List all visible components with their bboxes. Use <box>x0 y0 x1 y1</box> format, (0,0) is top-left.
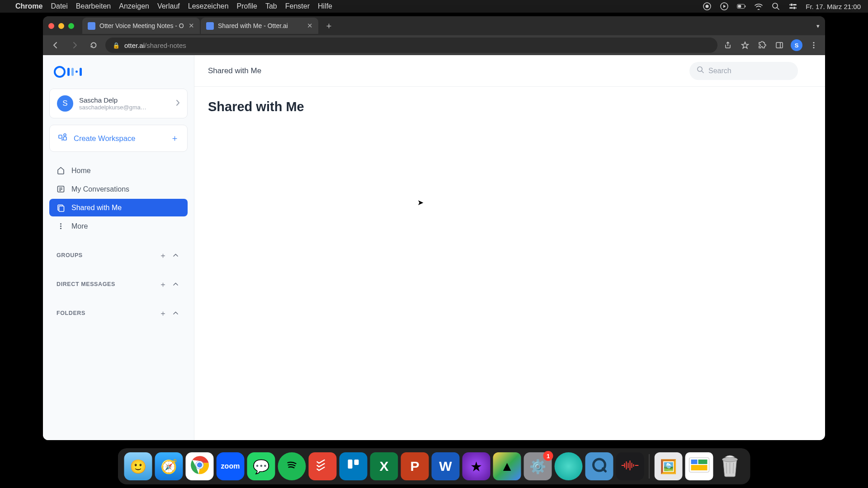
dock-finder[interactable]: 🙂 <box>124 452 152 480</box>
play-icon[interactable] <box>720 2 729 11</box>
workspace-label: Create Workspace <box>74 134 164 143</box>
svg-point-39 <box>197 462 203 468</box>
menu-anzeigen[interactable]: Anzeigen <box>119 2 149 10</box>
svg-rect-23 <box>63 137 66 140</box>
menubar-app-name[interactable]: Chrome <box>15 2 42 10</box>
svg-rect-19 <box>71 68 74 76</box>
record-icon[interactable] <box>703 2 712 11</box>
collapse-dms-icon[interactable] <box>170 279 180 289</box>
dock-app-teal[interactable] <box>555 452 583 480</box>
dock-preview[interactable]: 🖼️ <box>655 452 683 480</box>
dock-safari[interactable]: 🧭 <box>155 452 183 480</box>
menu-hilfe[interactable]: Hilfe <box>318 2 332 10</box>
tab-favicon-icon <box>88 22 95 30</box>
dock-settings[interactable]: ⚙️1 <box>524 452 552 480</box>
browser-tab-2[interactable]: Shared with Me - Otter.ai ✕ <box>201 18 318 34</box>
dock-whatsapp[interactable]: 💬 <box>247 452 275 480</box>
create-workspace-button[interactable]: + Create Workspace ＋ <box>49 125 188 152</box>
chrome-menu-icon[interactable] <box>808 39 820 51</box>
search-box[interactable] <box>689 62 798 80</box>
browser-tab-1[interactable]: Otter Voice Meeting Notes - O ✕ <box>82 18 200 34</box>
battery-icon[interactable] <box>737 2 746 11</box>
home-icon <box>57 166 65 175</box>
dock-word[interactable]: W <box>432 452 460 480</box>
menu-profile[interactable]: Profile <box>237 2 257 10</box>
powerpoint-icon: P <box>410 459 419 474</box>
minimize-window-button[interactable] <box>58 23 64 29</box>
menubar-clock[interactable]: Fr. 17. März 21:00 <box>806 3 861 10</box>
dock-imovie[interactable]: ★ <box>462 452 491 480</box>
share-icon[interactable] <box>722 39 734 51</box>
bookmark-icon[interactable] <box>739 39 751 51</box>
dock-google-drive[interactable]: ▲ <box>493 452 521 480</box>
dock-screenshot[interactable] <box>685 452 713 480</box>
dock-voice-memos[interactable] <box>616 452 644 480</box>
svg-point-6 <box>773 3 778 8</box>
close-window-button[interactable] <box>48 23 54 29</box>
dock-chrome[interactable] <box>186 452 214 480</box>
breadcrumb: Shared with Me <box>208 66 261 75</box>
zoom-icon: zoom <box>221 462 240 470</box>
new-tab-button[interactable]: ＋ <box>322 19 335 33</box>
nav-label: Home <box>71 167 91 175</box>
sidebar-item-my-conversations[interactable]: My Conversations <box>49 180 188 198</box>
workspace-icon: + <box>58 133 67 144</box>
chrome-window: Otter Voice Meeting Notes - O ✕ Shared w… <box>43 16 825 440</box>
collapse-groups-icon[interactable] <box>170 250 180 260</box>
add-dm-button[interactable]: ＋ <box>158 279 168 289</box>
svg-point-10 <box>790 4 793 6</box>
user-initial: S <box>62 99 67 108</box>
maximize-window-button[interactable] <box>68 23 74 29</box>
url-domain: otter.ai <box>124 42 145 49</box>
section-label: DIRECT MESSAGES <box>57 281 155 287</box>
whatsapp-icon: 💬 <box>253 459 269 474</box>
plus-icon: ＋ <box>170 132 179 144</box>
extensions-icon[interactable] <box>756 39 768 51</box>
profile-avatar[interactable]: S <box>791 39 802 51</box>
dock-trash[interactable] <box>716 452 744 480</box>
search-input[interactable] <box>708 67 799 75</box>
address-bar[interactable]: 🔒 otter.ai/shared-notes <box>105 38 717 53</box>
tabs-dropdown-icon[interactable]: ▾ <box>816 23 820 29</box>
imovie-icon: ★ <box>470 459 482 474</box>
back-button[interactable] <box>48 38 63 52</box>
control-center-icon[interactable] <box>788 2 797 11</box>
add-folder-button[interactable]: ＋ <box>158 308 168 318</box>
dock-quicktime[interactable] <box>585 452 613 480</box>
spotlight-icon[interactable] <box>771 2 780 11</box>
dock-zoom[interactable]: zoom <box>217 452 245 480</box>
dock-spotify[interactable] <box>278 452 306 480</box>
menu-fenster[interactable]: Fenster <box>285 2 310 10</box>
menu-lesezeichen[interactable]: Lesezeichen <box>188 2 229 10</box>
section-label: FOLDERS <box>57 310 155 316</box>
tab-close-icon[interactable]: ✕ <box>189 22 194 30</box>
forward-button[interactable] <box>67 38 82 52</box>
sidepanel-icon[interactable] <box>774 39 785 51</box>
svg-point-14 <box>813 42 814 43</box>
dock-separator <box>649 454 650 479</box>
menu-tab[interactable]: Tab <box>265 2 277 10</box>
menu-datei[interactable]: Datei <box>51 2 67 10</box>
reload-button[interactable] <box>86 38 101 52</box>
section-label: GROUPS <box>57 252 155 258</box>
svg-point-11 <box>793 7 796 9</box>
excel-icon: X <box>379 459 388 474</box>
add-group-button[interactable]: ＋ <box>158 250 168 260</box>
sidebar-item-shared[interactable]: Shared with Me <box>49 199 188 216</box>
page-heading: Shared with Me <box>208 99 811 114</box>
menu-verlauf[interactable]: Verlauf <box>157 2 180 10</box>
collapse-folders-icon[interactable] <box>170 308 180 318</box>
menu-bearbeiten[interactable]: Bearbeiten <box>76 2 111 10</box>
tab-close-icon[interactable]: ✕ <box>307 22 313 30</box>
dock-powerpoint[interactable]: P <box>401 452 429 480</box>
sidebar-item-home[interactable]: Home <box>49 162 188 179</box>
dock-excel[interactable]: X <box>370 452 398 480</box>
user-card[interactable]: S Sascha Delp saschadelpkurse@gma… <box>49 89 188 118</box>
dock-todoist[interactable] <box>309 452 337 480</box>
window-controls <box>48 23 74 29</box>
wifi-icon[interactable] <box>754 2 763 11</box>
sidebar-item-more[interactable]: More <box>49 217 188 235</box>
svg-point-17 <box>55 67 65 77</box>
dock-trello[interactable] <box>340 452 368 480</box>
otter-logo[interactable] <box>54 66 183 80</box>
